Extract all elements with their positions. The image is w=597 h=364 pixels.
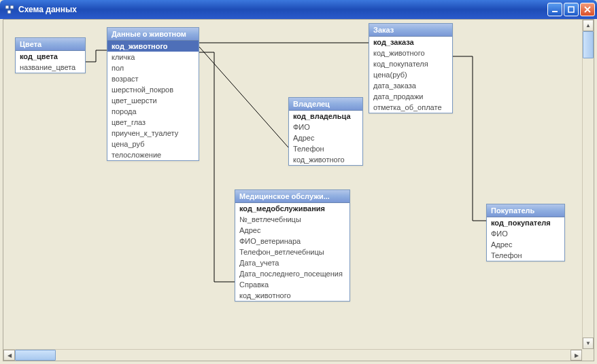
field[interactable]: цвет_шерсти (107, 95, 199, 106)
field[interactable]: кличка (107, 52, 199, 62)
relationship-canvas[interactable]: Цвета код_цвета название_цвета Данные о … (3, 20, 582, 349)
vertical-scrollbar[interactable]: ▲ ▼ (582, 20, 594, 349)
scroll-thumb[interactable] (583, 31, 594, 58)
field[interactable]: Адрес (487, 239, 564, 250)
svg-rect-1 (10, 5, 14, 9)
field[interactable]: Адрес (235, 225, 349, 236)
table-body: код_цвета название_цвета (16, 51, 85, 73)
table-header[interactable]: Заказ (369, 24, 452, 37)
field[interactable]: код_животного (289, 154, 362, 165)
scroll-corner (582, 349, 594, 361)
window-buttons (547, 3, 595, 16)
field-pk[interactable]: код_покупателя (487, 217, 564, 228)
field[interactable]: ФИО_ветеринара (235, 236, 349, 247)
field[interactable]: шерстной_покров (107, 84, 199, 95)
table-body: код_покупателя ФИО Адрес Телефон (487, 217, 564, 261)
svg-rect-0 (5, 5, 9, 9)
scroll-down-icon[interactable]: ▼ (583, 338, 594, 349)
field[interactable]: код_животного (235, 290, 349, 301)
field[interactable]: ФИО (289, 122, 362, 132)
field[interactable]: Дата_учета (235, 257, 349, 268)
field[interactable]: порода (107, 106, 199, 117)
table-order[interactable]: Заказ код_заказа код_животного код_покуп… (369, 23, 453, 113)
field[interactable]: код_животного (369, 48, 452, 58)
field[interactable]: пол (107, 62, 199, 73)
field[interactable]: возраст (107, 73, 199, 84)
scroll-left-icon[interactable]: ◀ (3, 350, 15, 361)
field[interactable]: отметка_об_оплате (369, 102, 452, 113)
scroll-right-icon[interactable]: ▶ (570, 350, 582, 361)
canvas-wrap: Цвета код_цвета название_цвета Данные о … (3, 19, 594, 361)
field[interactable]: Справка (235, 279, 349, 290)
table-colors[interactable]: Цвета код_цвета название_цвета (15, 37, 86, 73)
field[interactable]: Телефон (289, 143, 362, 154)
field[interactable]: дата_продажи (369, 91, 452, 102)
table-animal[interactable]: Данные о животном код_животного кличка п… (107, 27, 199, 161)
window-title: Схема данных (18, 5, 547, 14)
field[interactable]: приучен_к_туалету (107, 128, 199, 139)
table-owner[interactable]: Владелец код_владельца ФИО Адрес Телефон… (288, 97, 363, 166)
scroll-thumb[interactable] (15, 350, 56, 361)
table-header[interactable]: Медицинское обслужи... (235, 190, 349, 203)
field-pk[interactable]: код_владельца (289, 111, 362, 122)
field-pk[interactable]: код_цвета (16, 51, 85, 62)
table-body: код_медобслуживания №_ветлечебницы Адрес… (235, 203, 349, 301)
field[interactable]: телосложение (107, 149, 199, 160)
field[interactable]: код_покупателя (369, 58, 452, 69)
field[interactable]: цена_руб (107, 139, 199, 149)
table-buyer[interactable]: Покупатель код_покупателя ФИО Адрес Теле… (486, 204, 565, 261)
field-pk[interactable]: код_животного (107, 41, 199, 52)
svg-rect-2 (7, 10, 11, 14)
table-header[interactable]: Данные о животном (107, 28, 199, 41)
table-med[interactable]: Медицинское обслужи... код_медобслуживан… (235, 189, 350, 302)
table-body: код_животного кличка пол возраст шерстно… (107, 41, 199, 160)
scroll-track[interactable] (15, 350, 570, 361)
svg-rect-3 (552, 11, 558, 12)
scroll-track[interactable] (583, 31, 594, 338)
app-icon (4, 4, 15, 15)
table-header[interactable]: Владелец (289, 98, 362, 111)
field-pk[interactable]: код_заказа (369, 37, 452, 48)
close-button[interactable] (580, 3, 595, 16)
field-pk[interactable]: код_медобслуживания (235, 203, 349, 214)
svg-rect-4 (568, 7, 574, 12)
field[interactable]: дата_заказа (369, 80, 452, 91)
titlebar[interactable]: Схема данных (0, 0, 597, 19)
field[interactable]: цена(руб) (369, 69, 452, 80)
field[interactable]: Адрес (289, 132, 362, 143)
table-body: код_заказа код_животного код_покупателя … (369, 37, 452, 113)
table-header[interactable]: Покупатель (487, 204, 564, 217)
field[interactable]: название_цвета (16, 62, 85, 73)
scroll-up-icon[interactable]: ▲ (583, 20, 594, 31)
table-header[interactable]: Цвета (16, 38, 85, 51)
field[interactable]: цвет_глаз (107, 117, 199, 128)
field[interactable]: Дата_последнего_посещения (235, 268, 349, 279)
table-body: код_владельца ФИО Адрес Телефон код_живо… (289, 111, 362, 165)
maximize-button[interactable] (564, 3, 579, 16)
field[interactable]: Телефон_ветлечебницы (235, 247, 349, 257)
field[interactable]: №_ветлечебницы (235, 214, 349, 225)
horizontal-scrollbar[interactable]: ◀ ▶ (3, 349, 582, 361)
field[interactable]: ФИО (487, 228, 564, 239)
minimize-button[interactable] (547, 3, 562, 16)
app-window: Схема данных Цвета (0, 0, 597, 364)
field[interactable]: Телефон (487, 250, 564, 261)
